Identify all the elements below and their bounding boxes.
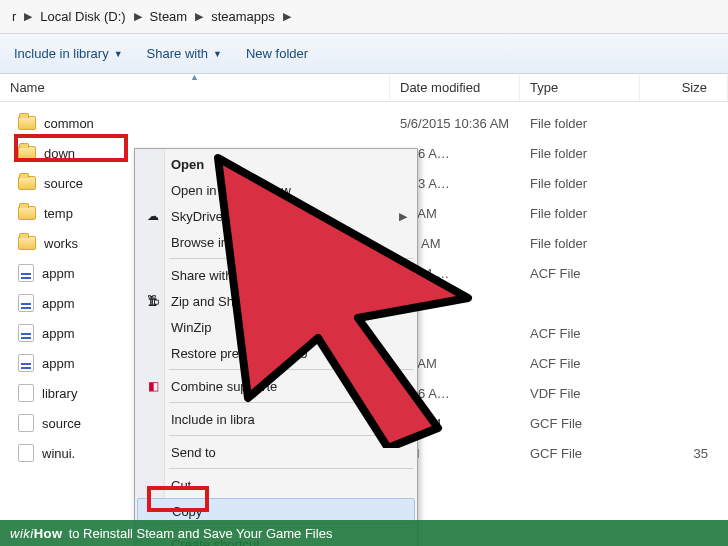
menu-label: Open bbox=[171, 157, 204, 172]
menu-separator bbox=[169, 258, 413, 259]
file-date: 5/6/2015 10:36 AM bbox=[390, 116, 520, 131]
brand-part-2: How bbox=[34, 526, 63, 541]
menu-skydrive-pro[interactable]: ☁ SkyDrive Pro ▶ bbox=[137, 203, 415, 229]
brand-part-1: wiki bbox=[10, 526, 34, 541]
file-name: source bbox=[42, 416, 81, 431]
file-icon bbox=[18, 444, 34, 462]
chevron-down-icon: ▼ bbox=[213, 49, 222, 59]
menu-label: WinZip bbox=[171, 320, 211, 335]
breadcrumb-bar: r ▶ Local Disk (D:) ▶ Steam ▶ steamapps … bbox=[0, 0, 728, 34]
file-name: temp bbox=[44, 206, 73, 221]
column-label: Size bbox=[682, 80, 707, 95]
column-label: Type bbox=[530, 80, 558, 95]
column-name[interactable]: ▲ Name bbox=[0, 74, 390, 101]
file-name: common bbox=[44, 116, 94, 131]
file-type: GCF File bbox=[520, 446, 640, 461]
file-type: File folder bbox=[520, 236, 640, 251]
file-type: ACF File bbox=[520, 326, 640, 341]
column-label: Name bbox=[10, 80, 45, 95]
file-type: File folder bbox=[520, 176, 640, 191]
file-type: File folder bbox=[520, 206, 640, 221]
share-with-button[interactable]: Share with ▼ bbox=[147, 46, 222, 61]
menu-open[interactable]: Open bbox=[137, 151, 415, 177]
chevron-down-icon: ▼ bbox=[114, 49, 123, 59]
file-name: appm bbox=[42, 266, 75, 281]
menu-send-to[interactable]: Send to bbox=[137, 439, 415, 465]
breadcrumb-item[interactable]: steamapps bbox=[205, 7, 281, 26]
folder-icon bbox=[18, 176, 36, 190]
file-icon bbox=[18, 384, 34, 402]
file-type: ACF File bbox=[520, 356, 640, 371]
folder-icon bbox=[18, 206, 36, 220]
toolbar: Include in library ▼ Share with ▼ New fo… bbox=[0, 34, 728, 74]
new-folder-button[interactable]: New folder bbox=[246, 46, 308, 61]
file-type: GCF File bbox=[520, 416, 640, 431]
menu-label: Zip and Share (WinZip Exp bbox=[171, 294, 327, 309]
chevron-right-icon: ▶ bbox=[24, 10, 32, 23]
pdf-icon: ◧ bbox=[145, 378, 161, 394]
menu-open-new-window[interactable]: Open in new window bbox=[137, 177, 415, 203]
file-name: library bbox=[42, 386, 77, 401]
highlight-annotation bbox=[147, 486, 209, 512]
wikihow-logo: wikiHow bbox=[10, 526, 63, 541]
file-name: appm bbox=[42, 326, 75, 341]
menu-label: Share with bbox=[171, 268, 232, 283]
file-type: ACF File bbox=[520, 266, 640, 281]
menu-label: Send to bbox=[171, 445, 216, 460]
menu-separator bbox=[169, 435, 413, 436]
menu-zip-share[interactable]: 🗜 Zip and Share (WinZip Exp bbox=[137, 288, 415, 314]
column-type[interactable]: Type bbox=[520, 74, 640, 101]
file-size: 35 bbox=[640, 446, 728, 461]
menu-include-library[interactable]: Include in libra bbox=[137, 406, 415, 432]
menu-share-with[interactable]: Share with bbox=[137, 262, 415, 288]
menu-label: Restore previous versio bbox=[171, 346, 308, 361]
file-name: appm bbox=[42, 296, 75, 311]
file-icon bbox=[18, 324, 34, 342]
column-size[interactable]: Size bbox=[640, 74, 728, 101]
menu-combine[interactable]: ◧ Combine supporte bbox=[137, 373, 415, 399]
wikihow-caption: wikiHow to Reinstall Steam and Save Your… bbox=[0, 520, 728, 546]
file-type: VDF File bbox=[520, 386, 640, 401]
breadcrumb-item[interactable]: Local Disk (D:) bbox=[34, 7, 131, 26]
file-type: File folder bbox=[520, 146, 640, 161]
cloud-icon: ☁ bbox=[145, 208, 161, 224]
column-label: Date modified bbox=[400, 80, 480, 95]
menu-separator bbox=[169, 468, 413, 469]
breadcrumb-item[interactable]: Steam bbox=[144, 7, 194, 26]
chevron-right-icon: ▶ bbox=[195, 10, 203, 23]
menu-label: Combine supporte bbox=[171, 379, 277, 394]
file-name: works bbox=[44, 236, 78, 251]
highlight-annotation bbox=[14, 134, 128, 162]
column-headers: ▲ Name Date modified Type Size bbox=[0, 74, 728, 102]
zip-icon: 🗜 bbox=[145, 293, 161, 309]
menu-label: SkyDrive Pro bbox=[171, 209, 247, 224]
column-date[interactable]: Date modified bbox=[390, 74, 520, 101]
file-icon bbox=[18, 354, 34, 372]
file-name: winui. bbox=[42, 446, 75, 461]
menu-label: Include in libra bbox=[171, 412, 255, 427]
breadcrumb-item[interactable]: r bbox=[6, 7, 22, 26]
menu-label: Browse in Adobe Bridge CS6 bbox=[171, 235, 339, 250]
file-icon bbox=[18, 264, 34, 282]
caption-text: to Reinstall Steam and Save Your Game Fi… bbox=[69, 526, 333, 541]
chevron-right-icon: ▶ bbox=[283, 10, 291, 23]
file-icon bbox=[18, 414, 34, 432]
chevron-right-icon: ▶ bbox=[134, 10, 142, 23]
menu-restore[interactable]: Restore previous versio bbox=[137, 340, 415, 366]
file-name: source bbox=[44, 176, 83, 191]
submenu-arrow-icon: ▶ bbox=[399, 210, 407, 223]
menu-separator bbox=[169, 369, 413, 370]
sort-indicator-icon: ▲ bbox=[190, 72, 199, 82]
menu-adobe-bridge[interactable]: Browse in Adobe Bridge CS6 bbox=[137, 229, 415, 255]
menu-winzip[interactable]: WinZip bbox=[137, 314, 415, 340]
folder-icon bbox=[18, 236, 36, 250]
folder-icon bbox=[18, 116, 36, 130]
file-type: File folder bbox=[520, 116, 640, 131]
button-label: Include in library bbox=[14, 46, 109, 61]
menu-label: Open in new window bbox=[171, 183, 291, 198]
button-label: Share with bbox=[147, 46, 208, 61]
button-label: New folder bbox=[246, 46, 308, 61]
include-in-library-button[interactable]: Include in library ▼ bbox=[14, 46, 123, 61]
menu-separator bbox=[169, 402, 413, 403]
file-name: appm bbox=[42, 356, 75, 371]
